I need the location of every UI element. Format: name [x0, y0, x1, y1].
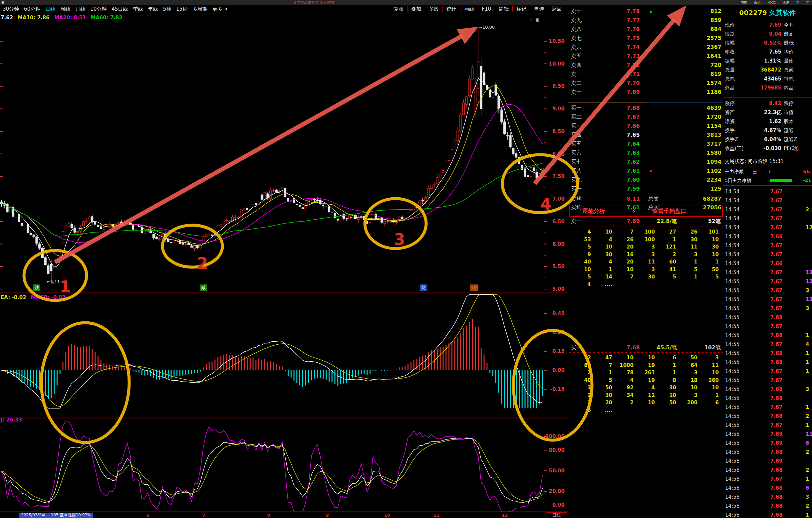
svg-text:6.00: 6.00 [552, 241, 564, 247]
menu-版面[interactable]: 版面 [754, 0, 761, 5]
period-tab-年线[interactable]: 年线 [148, 5, 158, 13]
stock-code: 002279 [739, 9, 767, 17]
orderbook-row-买六[interactable]: 买六7.631580 [568, 148, 723, 157]
orderbook-row-买一[interactable]: 买一7.684639 [568, 103, 723, 113]
tick-grid-row: 24710106503 [570, 354, 719, 361]
list-icon[interactable]: ▤ [752, 167, 757, 176]
orderbook-row-卖四[interactable]: 卖四7.72720 [568, 61, 723, 69]
action-返回[interactable]: 返回 [548, 6, 565, 12]
kdj-panel[interactable]: 100.0080.0050.0020.000.00 [0, 419, 568, 512]
svg-text:9.50: 9.50 [552, 83, 564, 89]
titlebar: ⊞ 证券交易未登录 久其软件 功能版面公式速退↻▢ [0, 0, 812, 5]
svg-text:-0.15: -0.15 [550, 386, 564, 392]
bid-summary-row: 买一 7.68 45.5/笔 102笔 [568, 343, 723, 352]
orderbook-row-卖八[interactable]: 卖八7.76684 [568, 25, 723, 34]
tape-row: 14:557.671 [723, 403, 812, 412]
orderbook-row-买七[interactable]: 买七7.621094 [568, 157, 723, 166]
window-mode-icon[interactable]: ▢ [806, 0, 809, 5]
action-F10[interactable]: F10 [478, 6, 495, 12]
tape-row: 14:557.673 [723, 286, 812, 295]
macd-panel[interactable]: 0.450.300.150.00-0.15 [0, 294, 568, 419]
toolbar: 30分钟60分钟日线周线月线10分钟45日线季线年线5秒15秒多周期更多 > 复… [0, 5, 568, 14]
orderbook-row-买二[interactable]: 买二7.671720 [568, 113, 723, 121]
info-row-昨收: 昨收7.65均价 [723, 48, 812, 56]
cursor-status-text: 2025/03/24(一 185 至今涨幅10.97% [19, 513, 93, 518]
action-复权[interactable]: 复权 [390, 6, 407, 12]
tick-analysis-link[interactable]: 逐笔分析 [582, 206, 605, 216]
tape-row: 14:557.67138 [723, 295, 812, 304]
main-net-bar [769, 170, 771, 173]
period-tab-15秒[interactable]: 15秒 [176, 5, 187, 13]
tick-grid-row: 405419818260 [570, 376, 719, 384]
candlestick-chart[interactable]: 10.5010.009.509.008.508.007.507.006.506.… [0, 13, 568, 294]
period-tab-月线[interactable]: 月线 [75, 5, 85, 13]
menu-功能[interactable]: 功能 [740, 0, 747, 5]
orderbook-row-买三[interactable]: 买三7.661154 [568, 121, 723, 130]
sell-average-row: 卖均 8.11 总卖 68287 [568, 194, 723, 203]
period-tab-5秒[interactable]: 5秒 [163, 5, 171, 13]
orderbook-row-卖二[interactable]: 卖二7.701574 [568, 79, 723, 88]
svg-text:10.50: 10.50 [549, 38, 564, 44]
action-多股[interactable]: 多股 [425, 6, 442, 12]
svg-text:50.00: 50.00 [549, 468, 564, 474]
tick-grid-row: 41071002726101 [570, 228, 719, 236]
tape-row: 14:547.67 [723, 241, 812, 250]
tape-row: 14:557.683 [723, 385, 812, 394]
refresh-icon[interactable]: ↻ [796, 0, 799, 5]
tick-grid-row: 5.... [570, 406, 719, 414]
tape-row: 14:547.67 [723, 187, 812, 196]
period-tab-更多 >[interactable]: 更多 > [212, 5, 228, 13]
event-tag-3榜[interactable]: 3榜 [470, 284, 478, 291]
action-叠加[interactable]: 叠加 [407, 6, 425, 12]
period-tab-季线[interactable]: 季线 [133, 5, 143, 13]
orderbook-row-卖一[interactable]: 卖一7.691186 [568, 88, 723, 96]
orderbook-row-买四[interactable]: 买四7.653813 [568, 130, 723, 140]
orderbook-row-买八[interactable]: 买八7.61▪1102 [568, 166, 723, 175]
tape-row: 14:557.673 [723, 304, 812, 313]
thousand-depth-link[interactable]: 查看千档盘口 [652, 206, 686, 216]
main-net-row: 主力净额 ▤ 66. [723, 167, 812, 176]
period-indicator[interactable]: 日线 [546, 512, 567, 518]
macd-dea-label: EA: -0.02 [1, 295, 26, 300]
period-tab-周线[interactable]: 周线 [60, 5, 70, 13]
period-tab-10分钟[interactable]: 10分钟 [90, 5, 107, 13]
tick-grid-row: 320210502006 [570, 399, 719, 406]
orderbook-row-卖三[interactable]: 卖三7.71819 [568, 69, 723, 79]
action-标记[interactable]: 标记 [512, 6, 530, 12]
window-icon[interactable]: ⊞ [1, 0, 4, 5]
period-tab-60分钟[interactable]: 60分钟 [24, 5, 40, 13]
event-tag-跌[interactable]: 跌 [33, 284, 40, 291]
orderbook-row-卖九[interactable]: 卖九7.77859 [568, 16, 723, 25]
action-画线[interactable]: 画线 [460, 6, 478, 12]
menu-公式[interactable]: 公式 [768, 0, 775, 5]
ma-label: MA10: 7.86 [18, 14, 50, 21]
info-row-收益(三): 收益(三)-0.030PE(动) [723, 144, 812, 153]
action-自选[interactable]: 自选 [530, 6, 548, 12]
svg-text:8.00: 8.00 [552, 151, 564, 157]
orderbook-row-买九[interactable]: 买九7.602234 [568, 175, 723, 184]
macd-value-label: MACD: -0.03 [31, 295, 65, 300]
period-tab-日线[interactable]: 日线 [45, 5, 55, 13]
event-tag-财[interactable]: 财 [420, 284, 427, 291]
action-统计[interactable]: 统计 [442, 6, 460, 12]
tick-analysis-header: 逐笔分析 ⚡ 查看千档盘口 [569, 206, 723, 217]
ma-label: MA60: 7.82 [91, 14, 122, 21]
orderbook-row-卖十[interactable]: 卖十7.78▲812 [568, 7, 723, 16]
menu-速退[interactable]: 速退 [782, 0, 789, 5]
period-tab-30分钟[interactable]: 30分钟 [3, 5, 19, 13]
orderbook-row-买十[interactable]: 买十7.59125 [568, 184, 723, 193]
event-tag-减[interactable]: 减 [200, 284, 207, 291]
orderbook-row-买五[interactable]: 买五7.643717 [568, 140, 723, 148]
period-tab-45日线[interactable]: 45日线 [112, 5, 128, 13]
orderbook-row-卖七[interactable]: 卖七7.752575 [568, 34, 723, 42]
orderbook-row-卖五[interactable]: 卖五7.731641 [568, 52, 723, 61]
orderbook-row-卖六[interactable]: 卖六7.742367 [568, 42, 723, 52]
action-简辑[interactable]: 简辑 [495, 6, 512, 12]
month-label: 12 [502, 513, 508, 518]
tape-row: 14:547.672 [723, 205, 812, 214]
chart-corner-icons[interactable]: ◇▣ [529, 17, 542, 22]
period-tab-多周期[interactable]: 多周期 [193, 5, 207, 13]
tape-row: 14:557.682 [723, 448, 812, 457]
kdj-j-label: J: 26.33 [1, 417, 22, 423]
svg-text:7.50: 7.50 [552, 173, 564, 179]
